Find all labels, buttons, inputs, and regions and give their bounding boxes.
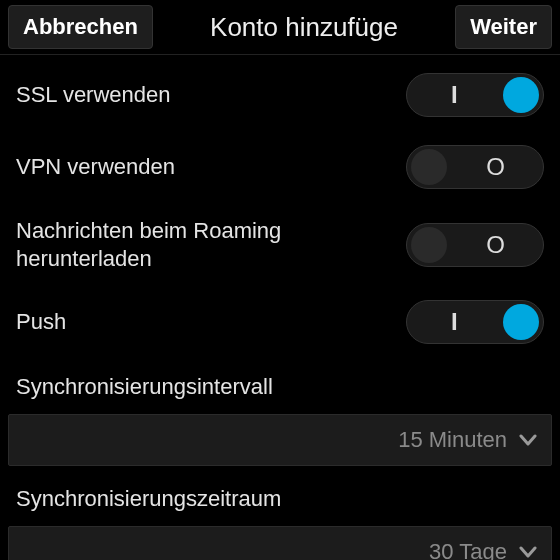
row-vpn: VPN verwenden O (0, 127, 560, 199)
sync-timeframe-value: 30 Tage (429, 539, 507, 560)
header: Abbrechen Konto hinzufüge Weiter (0, 0, 560, 54)
toggle-off-glyph: O (486, 153, 505, 181)
ssl-label: SSL verwenden (16, 81, 171, 109)
cancel-button[interactable]: Abbrechen (8, 5, 153, 49)
sync-timeframe-label: Synchronisierungszeitraum (0, 466, 560, 522)
next-button[interactable]: Weiter (455, 5, 552, 49)
toggle-on-glyph: I (451, 81, 458, 109)
page-title: Konto hinzufüge (153, 12, 455, 43)
push-label: Push (16, 308, 66, 336)
chevron-down-icon (519, 543, 537, 560)
row-push: Push I (0, 282, 560, 354)
push-toggle[interactable]: I (406, 300, 544, 344)
vpn-label: VPN verwenden (16, 153, 175, 181)
chevron-down-icon (519, 431, 537, 449)
roaming-toggle[interactable]: O (406, 223, 544, 267)
toggle-knob (411, 227, 447, 263)
sync-interval-select[interactable]: 15 Minuten (8, 414, 552, 466)
roaming-label: Nachrichten beim Roaming herunterladen (16, 217, 336, 272)
row-roaming: Nachrichten beim Roaming herunterladen O (0, 199, 560, 282)
toggle-knob (503, 77, 539, 113)
ssl-toggle[interactable]: I (406, 73, 544, 117)
toggle-off-glyph: O (486, 231, 505, 259)
sync-timeframe-select[interactable]: 30 Tage (8, 526, 552, 560)
row-ssl: SSL verwenden I (0, 55, 560, 127)
toggle-on-glyph: I (451, 308, 458, 336)
sync-interval-value: 15 Minuten (398, 427, 507, 453)
toggle-knob (411, 149, 447, 185)
vpn-toggle[interactable]: O (406, 145, 544, 189)
content: SSL verwenden I VPN verwenden O Nachrich… (0, 55, 560, 560)
sync-interval-label: Synchronisierungsintervall (0, 354, 560, 410)
toggle-knob (503, 304, 539, 340)
